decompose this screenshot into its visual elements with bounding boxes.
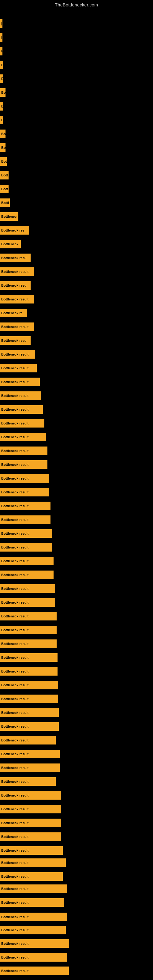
bar-row: Bottleneck result bbox=[0, 582, 55, 595]
bar-label: Bottleneck result bbox=[0, 939, 69, 948]
bar-row: B bbox=[0, 113, 3, 127]
bar-label: Bottlenec bbox=[0, 212, 18, 221]
bar-label: Bottleneck result bbox=[0, 926, 66, 934]
bar-row: Bottleneck re bbox=[0, 306, 27, 320]
bar-row: Bottleneck resu bbox=[0, 279, 30, 292]
bar-row: Bottleneck result bbox=[0, 348, 35, 361]
bar-row: Bottleneck result bbox=[0, 499, 51, 513]
bar-row: E bbox=[0, 72, 3, 86]
bar-label: Bottleneck result bbox=[0, 557, 54, 565]
bar-row: Bottleneck result bbox=[0, 789, 61, 802]
bar-row: Bottleneck result bbox=[0, 923, 66, 937]
bar-row: Bottleneck result bbox=[0, 527, 52, 540]
bar-row: Bottleneck result bbox=[0, 513, 51, 527]
bar-label: Bottleneck result bbox=[0, 626, 57, 634]
bar-row: Bottlenec bbox=[0, 210, 18, 223]
bar-row: Bottleneck result bbox=[0, 856, 66, 869]
bar-label: Bottleneck res bbox=[0, 226, 29, 235]
bar-row: Bottleneck result bbox=[0, 844, 63, 857]
chart-container: TheBottlenecker.com ||EBEBoBBBoBoBotBott… bbox=[0, 0, 153, 980]
bar-label: Bo bbox=[0, 88, 5, 97]
bar-label: Bottleneck result bbox=[0, 350, 35, 359]
bar-label: B bbox=[0, 60, 3, 69]
bar-row: E bbox=[0, 45, 2, 58]
bar-row: Bottleneck result bbox=[0, 651, 57, 664]
bar-label: Bottleneck result bbox=[0, 667, 57, 676]
bar-label: Bottleneck result bbox=[0, 515, 51, 524]
bar-label: Bottleneck result bbox=[0, 295, 33, 304]
bar-label: E bbox=[0, 47, 2, 56]
bar-row: Bottleneck result bbox=[0, 265, 33, 278]
bar-row: | bbox=[0, 17, 2, 30]
bar-row: Bottleneck resu bbox=[0, 334, 30, 347]
bar-row: Bottleneck result bbox=[0, 444, 48, 458]
bar-label: Bottleneck result bbox=[0, 872, 63, 881]
bar-label: Bottleneck bbox=[0, 240, 21, 248]
bar-row: Bottleneck result bbox=[0, 472, 49, 485]
bar-row: Bottleneck result bbox=[0, 293, 33, 306]
bar-row: Bottleneck result bbox=[0, 706, 59, 719]
bar-label: Bott bbox=[0, 185, 9, 193]
bar-row: Bottleneck result bbox=[0, 964, 69, 978]
bar-row: Bottleneck resu bbox=[0, 251, 30, 265]
bar-label: Bottleneck result bbox=[0, 584, 55, 593]
site-title: TheBottlenecker.com bbox=[0, 0, 153, 9]
bar-label: Bottleneck result bbox=[0, 571, 54, 579]
bar-label: Bottleneck resu bbox=[0, 254, 30, 262]
bar-row: | bbox=[0, 30, 2, 44]
bar-row: Bottleneck result bbox=[0, 733, 56, 747]
bar-label: Bottleneck result bbox=[0, 502, 51, 510]
bar-row: Bottleneck result bbox=[0, 403, 43, 416]
bar-row: Bottleneck result bbox=[0, 389, 41, 402]
bar-label: Bottleneck resu bbox=[0, 336, 30, 345]
bar-row: Bottleneck result bbox=[0, 541, 52, 554]
bar-label: Bottleneck result bbox=[0, 846, 63, 855]
bar-label: Bottleneck result bbox=[0, 885, 67, 893]
bar-row: Bottleneck result bbox=[0, 910, 67, 924]
bar-row: Bottleneck bbox=[0, 237, 21, 251]
bar-row: Bottleneck result bbox=[0, 678, 58, 692]
bar-label: Bottleneck result bbox=[0, 913, 67, 921]
bar-row: Bott bbox=[0, 182, 9, 196]
bar-label: Bottleneck result bbox=[0, 267, 33, 276]
bar-label: Bo bbox=[0, 143, 5, 152]
bar-row: Bottleneck result bbox=[0, 816, 61, 830]
bar-row: Bottleneck result bbox=[0, 361, 37, 375]
bar-label: Bottleneck result bbox=[0, 640, 57, 648]
bar-label: Bottleneck result bbox=[0, 722, 59, 731]
bar-row: Bottleneck res bbox=[0, 224, 29, 237]
bar-label: | bbox=[0, 33, 2, 41]
bar-row: Bottleneck result bbox=[0, 720, 59, 733]
bar-row: Bottleneck result bbox=[0, 320, 33, 334]
bar-row: Bottleneck result bbox=[0, 937, 69, 950]
bar-row: Bot bbox=[0, 155, 7, 168]
bar-label: Bot bbox=[0, 157, 7, 166]
bar-row: Bottleneck result bbox=[0, 485, 49, 499]
bar-label: Bottleneck result bbox=[0, 474, 49, 483]
bar-row: Bottleneck result bbox=[0, 802, 61, 816]
bar-row: Bottleneck result bbox=[0, 623, 57, 637]
bar-label: Bottleneck result bbox=[0, 681, 58, 689]
bar-label: B bbox=[0, 102, 3, 111]
bar-row: Bottleneck result bbox=[0, 775, 56, 788]
bar-label: Bottleneck result bbox=[0, 323, 33, 331]
bar-row: Bottleneck result bbox=[0, 430, 46, 444]
bar-row: Bottleneck result bbox=[0, 896, 64, 909]
bar-label: | bbox=[0, 19, 2, 28]
bar-label: Bottleneck result bbox=[0, 364, 37, 372]
bar-label: Bottleneck result bbox=[0, 529, 52, 538]
bar-label: Bottleneck result bbox=[0, 653, 57, 662]
bar-label: Bottleneck result bbox=[0, 695, 58, 703]
bar-label: Bottleneck result bbox=[0, 460, 48, 469]
bar-row: Bottleneck result bbox=[0, 637, 57, 651]
bar-row: Bottleneck result bbox=[0, 870, 63, 883]
bar-label: Bottl bbox=[0, 199, 10, 207]
bar-label: Bottleneck result bbox=[0, 708, 59, 717]
bar-row: Bottleneck result bbox=[0, 951, 67, 964]
bar-label: Bottleneck result bbox=[0, 750, 60, 758]
bar-row: Bottleneck result bbox=[0, 417, 45, 430]
bar-label: Bottleneck result bbox=[0, 378, 40, 386]
bar-row: Bottleneck result bbox=[0, 761, 60, 775]
bar-row: Bottleneck result bbox=[0, 882, 67, 896]
bar-row: Bottleneck result bbox=[0, 830, 61, 843]
